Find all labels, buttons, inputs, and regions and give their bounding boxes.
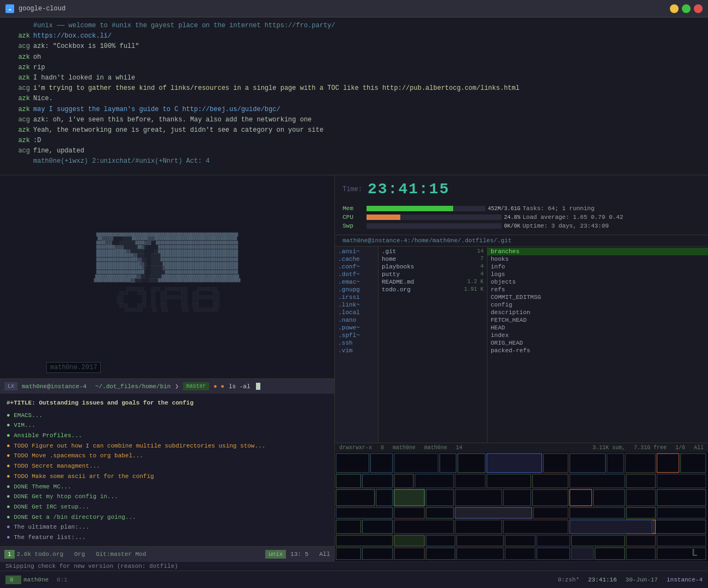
dir-item[interactable]: .irssi bbox=[335, 293, 378, 301]
cpu-bar bbox=[367, 215, 502, 220]
irc-nick: acg bbox=[5, 83, 30, 94]
swp-stat: Swp 0K/0K bbox=[343, 223, 521, 229]
clock-label: Time: bbox=[343, 186, 362, 193]
colormap: L bbox=[335, 452, 708, 561]
file-item[interactable]: .git 14 bbox=[379, 248, 487, 255]
dir-item[interactable]: .local bbox=[335, 309, 378, 316]
file-item[interactable]: playbooks 4 bbox=[379, 263, 487, 271]
org-item: ● Ansible Profiles... bbox=[7, 431, 328, 441]
git-item[interactable]: logs bbox=[487, 271, 708, 278]
git-item[interactable]: HEAD bbox=[487, 324, 708, 332]
terminal-dots: ● ● bbox=[213, 383, 224, 390]
load-stat: Load average: 1.65 0.79 0.42 bbox=[523, 214, 701, 220]
git-item[interactable]: refs bbox=[487, 286, 708, 293]
git-item[interactable]: packed-refs bbox=[487, 347, 708, 354]
swp-row: Swp 0K/0K bbox=[343, 223, 521, 229]
svg-rect-65 bbox=[571, 548, 593, 560]
dir-item[interactable]: .conf~ bbox=[335, 263, 378, 271]
titlebar: ☁ google-cloud − □ ✕ bbox=[0, 0, 708, 17]
fm-sum: 3.11K sum, bbox=[593, 445, 625, 451]
git-item[interactable]: config bbox=[487, 301, 708, 309]
file-name: .git bbox=[382, 248, 396, 255]
org-done-bullet: ● bbox=[7, 514, 14, 520]
org-heading-bullet: ● bbox=[7, 422, 14, 428]
dir-item[interactable]: .vim bbox=[335, 347, 378, 354]
irc-line: acg azk: "Cockbox is 100% full" bbox=[5, 41, 703, 52]
git-item[interactable]: info bbox=[487, 263, 708, 271]
ascii-watermark: math0ne.2017 bbox=[46, 362, 101, 373]
svg-rect-69 bbox=[394, 489, 424, 506]
dirs-column[interactable]: .ansi~ .cache .conf~ .dotf~ .emac~ .gnup… bbox=[335, 247, 379, 443]
fm-links: 8 bbox=[381, 445, 384, 451]
git-item[interactable]: description bbox=[487, 309, 708, 316]
file-item[interactable]: todo.org 1.91 K bbox=[379, 286, 487, 293]
bottom-session-name: math0ne bbox=[23, 577, 48, 583]
middle-section: ████████████████████████████████████████… bbox=[0, 175, 708, 561]
mem-stat: Mem 452M/3.61G bbox=[343, 205, 521, 212]
close-button[interactable]: ✕ bbox=[694, 4, 703, 13]
org-todo-bullet: ● bbox=[7, 443, 14, 449]
file-manager[interactable]: .ansi~ .cache .conf~ .dotf~ .emac~ .gnup… bbox=[335, 247, 708, 443]
files-column[interactable]: .git 14 home 7 playbooks 4 putty 4 bbox=[379, 247, 487, 443]
maximize-button[interactable]: □ bbox=[682, 4, 691, 13]
file-item[interactable]: home 7 bbox=[379, 255, 487, 263]
org-todo-text: TODO Move .spacemacs to org babel... bbox=[14, 452, 143, 459]
irc-line: azk oh bbox=[5, 52, 703, 63]
git-item[interactable]: index bbox=[487, 332, 708, 339]
svg-rect-70 bbox=[455, 507, 532, 518]
irc-nick: azk bbox=[5, 136, 30, 146]
dir-item[interactable]: .powe~ bbox=[335, 324, 378, 332]
git-item[interactable]: ORIG_HEAD bbox=[487, 339, 708, 347]
irc-line: math0ne(+iwxz) 2:unixchat/#unix(+Nnrt) A… bbox=[5, 156, 703, 167]
dir-item[interactable]: .cache bbox=[335, 255, 378, 263]
git-item[interactable]: FETCH_HEAD bbox=[487, 316, 708, 324]
fm-page: 1/6 bbox=[675, 445, 685, 451]
mem-bar bbox=[367, 206, 485, 211]
swp-value: 0K/0K bbox=[504, 223, 520, 229]
org-done-text: DONE Theme MC... bbox=[14, 483, 71, 490]
irc-nick: azk bbox=[5, 105, 30, 115]
git-item[interactable]: COMMIT_EDITMSG bbox=[487, 293, 708, 301]
terminal-user: math0ne@instance-4 bbox=[22, 383, 87, 390]
bottom-date: 30-Jun-17 bbox=[626, 577, 658, 583]
dir-item[interactable]: .ssh bbox=[335, 339, 378, 347]
minimize-button[interactable]: − bbox=[670, 4, 679, 13]
org-heading-bullet: ● bbox=[7, 412, 14, 419]
htop-panel: Time: 23:41:15 Mem 452M/3.61G bbox=[335, 175, 708, 235]
irc-line: acg i'm trying to gather these kind of l… bbox=[5, 83, 703, 94]
dir-item[interactable]: .link~ bbox=[335, 301, 378, 309]
irc-text: rip bbox=[33, 63, 45, 73]
cpu-label: CPU bbox=[343, 214, 364, 220]
dir-item[interactable]: .emac~ bbox=[335, 278, 378, 286]
git-column[interactable]: branches hooks info logs objects refs CO… bbox=[487, 247, 708, 443]
irc-text: i'm trying to gather these kind of links… bbox=[33, 83, 520, 94]
irc-text: may I suggest the layman's guide to C ht… bbox=[33, 105, 280, 115]
irc-line: #unix —— welcome to #unix the gayest pla… bbox=[5, 21, 703, 31]
file-item[interactable]: putty 4 bbox=[379, 271, 487, 278]
file-item[interactable]: README.md 1.2 K bbox=[379, 278, 487, 286]
file-name: todo.org bbox=[382, 286, 411, 293]
irc-text: #unix —— welcome to #unix the gayest pla… bbox=[33, 21, 335, 31]
terminal-tag: Lx bbox=[4, 382, 17, 390]
irc-text: azk: oh, i've seen this before, thanks. … bbox=[33, 115, 312, 125]
dir-item[interactable]: .ansi~ bbox=[335, 248, 378, 255]
org-text: The ultimate plan:... bbox=[14, 524, 89, 530]
irc-text: fine, updated bbox=[33, 146, 84, 156]
right-panel: Time: 23:41:15 Mem 452M/3.61G bbox=[335, 175, 708, 561]
cpu-bar-fill bbox=[367, 215, 400, 220]
irc-text: Yeah, the networking one is great, just … bbox=[33, 125, 324, 136]
mem-value: 452M/3.61G bbox=[487, 206, 520, 212]
git-item[interactable]: branches bbox=[487, 248, 708, 255]
cloud-icon: ☁ bbox=[8, 5, 11, 12]
fm-user: math0ne bbox=[393, 445, 416, 451]
svg-rect-74 bbox=[487, 454, 542, 473]
dir-item[interactable]: .gnupg bbox=[335, 286, 378, 293]
dir-item[interactable]: .spfl~ bbox=[335, 332, 378, 339]
dir-item[interactable]: .dotf~ bbox=[335, 271, 378, 278]
org-filename: 2.0k todo.org Org Git:master Mod bbox=[17, 551, 147, 558]
org-item: ● EMACS... bbox=[7, 411, 328, 421]
git-item[interactable]: hooks bbox=[487, 255, 708, 263]
git-item[interactable]: objects bbox=[487, 278, 708, 286]
bottom-prompt: 0:zsh* bbox=[558, 577, 579, 583]
dir-item[interactable]: .nano bbox=[335, 316, 378, 324]
